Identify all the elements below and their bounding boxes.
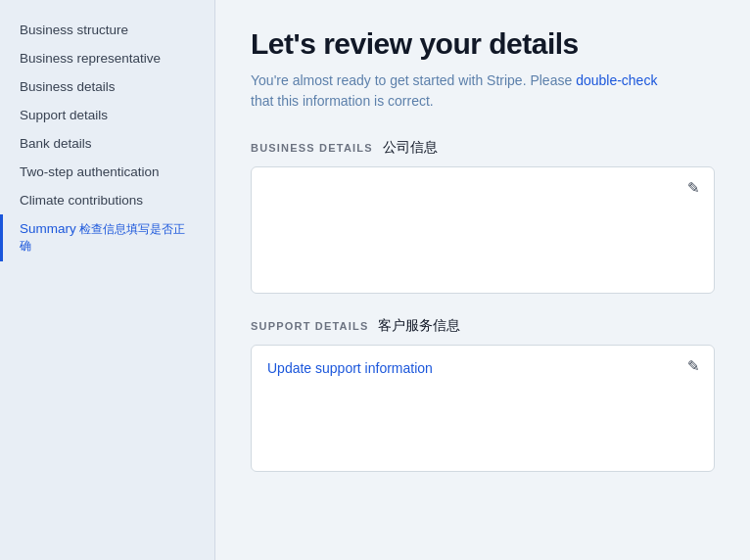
section-header-support-details: SUPPORT DETAILS客户服务信息 <box>251 317 715 335</box>
section-label-support-details: SUPPORT DETAILS <box>251 320 368 332</box>
sidebar-item-business-details[interactable]: Business details <box>0 72 214 101</box>
sidebar-item-bank-details[interactable]: Bank details <box>0 129 214 158</box>
sidebar-item-label: Support details <box>20 108 108 122</box>
sidebar-item-label: Summary <box>20 221 76 236</box>
subtitle-text-2: that this information is correct. <box>251 93 434 109</box>
subtitle-link[interactable]: double-check <box>576 72 657 88</box>
section-label-chinese-business-details: 公司信息 <box>383 139 438 157</box>
sidebar-item-label: Bank details <box>20 136 92 151</box>
sidebar-item-summary[interactable]: Summary 检查信息填写是否正确 <box>0 214 214 261</box>
section-header-business-details: BUSINESS DETAILS公司信息 <box>251 139 715 157</box>
edit-icon-business-details[interactable]: ✎ <box>687 179 700 197</box>
card-link-support-details[interactable]: Update support information <box>267 360 433 376</box>
subtitle-text-1: You're almost ready to get started with … <box>251 72 576 88</box>
card-support-details: Update support information✎ <box>251 345 715 472</box>
card-business-details: ✎ <box>251 166 715 294</box>
section-label-chinese-support-details: 客户服务信息 <box>378 317 460 335</box>
sidebar-item-support-details[interactable]: Support details <box>0 101 214 129</box>
sidebar: Business structureBusiness representativ… <box>0 0 215 560</box>
sidebar-item-label: Climate contributions <box>20 193 143 208</box>
sidebar-item-label: Business structure <box>20 23 128 37</box>
sidebar-item-two-step-authentication[interactable]: Two-step authentication <box>0 158 214 186</box>
sidebar-item-business-structure[interactable]: Business structure <box>0 16 214 44</box>
main-content: Let's review your details You're almost … <box>215 0 750 560</box>
edit-icon-support-details[interactable]: ✎ <box>687 357 700 375</box>
subtitle: You're almost ready to get started with … <box>251 70 662 112</box>
sidebar-item-label: Business details <box>20 79 116 94</box>
section-label-business-details: BUSINESS DETAILS <box>251 142 373 154</box>
page-title: Let's review your details <box>251 27 715 61</box>
sidebar-item-business-representative[interactable]: Business representative <box>0 44 214 72</box>
sidebar-item-label: Two-step authentication <box>20 164 160 179</box>
sidebar-item-climate-contributions[interactable]: Climate contributions <box>0 186 214 214</box>
sidebar-item-label: Business representative <box>20 51 161 66</box>
